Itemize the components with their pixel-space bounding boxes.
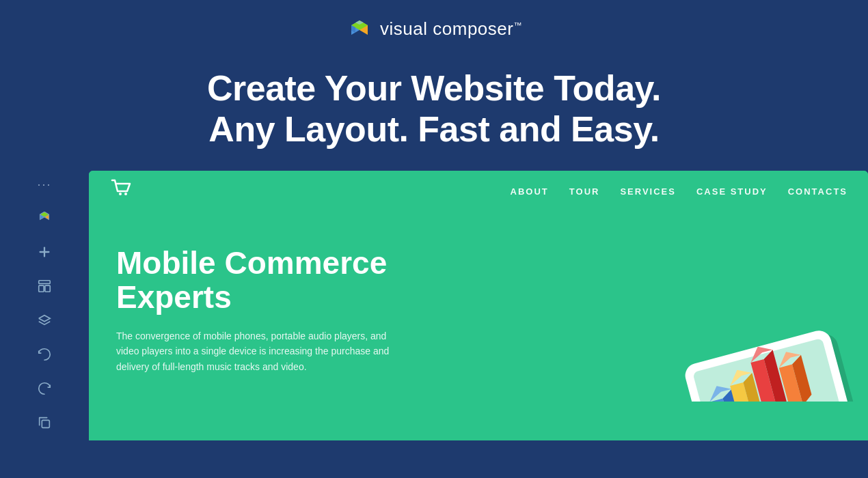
preview-nav-links: ABOUT TOUR SERVICES CASE STUDY CONTACTS bbox=[511, 185, 847, 197]
preview-hero: Mobile Commerce Experts The convergence … bbox=[89, 212, 868, 402]
preview-nav-logo bbox=[109, 176, 134, 206]
layers-icon[interactable] bbox=[33, 309, 55, 331]
nav-item-about[interactable]: ABOUT bbox=[511, 185, 549, 197]
hero-section: Create Your Website Today. Any Layout. F… bbox=[0, 55, 868, 171]
redo-icon[interactable] bbox=[33, 378, 55, 399]
sidebar: ··· bbox=[0, 171, 89, 440]
svg-rect-12 bbox=[45, 285, 50, 292]
top-header: visual composer™ bbox=[0, 0, 868, 55]
nav-item-contacts[interactable]: CONTACTS bbox=[788, 185, 847, 197]
duplicate-icon[interactable] bbox=[33, 412, 55, 434]
sidebar-dots[interactable]: ··· bbox=[37, 178, 51, 192]
svg-point-15 bbox=[124, 193, 127, 195]
logo-text: visual composer™ bbox=[380, 18, 522, 40]
add-element-icon[interactable] bbox=[33, 241, 55, 263]
nav-item-tour[interactable]: TOUR bbox=[569, 185, 600, 197]
svg-rect-13 bbox=[42, 420, 49, 427]
hero-heading: Create Your Website Today. Any Layout. F… bbox=[0, 68, 868, 150]
svg-point-14 bbox=[119, 193, 122, 195]
nav-item-services[interactable]: SERVICES bbox=[620, 185, 676, 197]
undo-icon[interactable] bbox=[33, 343, 55, 365]
preview-nav: ABOUT TOUR SERVICES CASE STUDY CONTACTS bbox=[89, 171, 868, 212]
sidebar-logo-icon[interactable] bbox=[33, 207, 55, 229]
nav-item-case-study[interactable]: CASE STUDY bbox=[696, 185, 768, 197]
logo-container: visual composer™ bbox=[346, 15, 522, 42]
template-icon[interactable] bbox=[33, 275, 55, 297]
preview-hero-body: The convergence of mobile phones, portab… bbox=[116, 328, 390, 374]
svg-rect-10 bbox=[39, 280, 51, 283]
preview-hero-heading: Mobile Commerce Experts bbox=[116, 246, 444, 315]
svg-rect-11 bbox=[39, 285, 44, 292]
logo-icon bbox=[346, 15, 373, 42]
main-area: ··· bbox=[0, 171, 868, 440]
preview-window: ABOUT TOUR SERVICES CASE STUDY CONTACTS … bbox=[89, 171, 868, 440]
chart-illustration bbox=[615, 224, 868, 402]
